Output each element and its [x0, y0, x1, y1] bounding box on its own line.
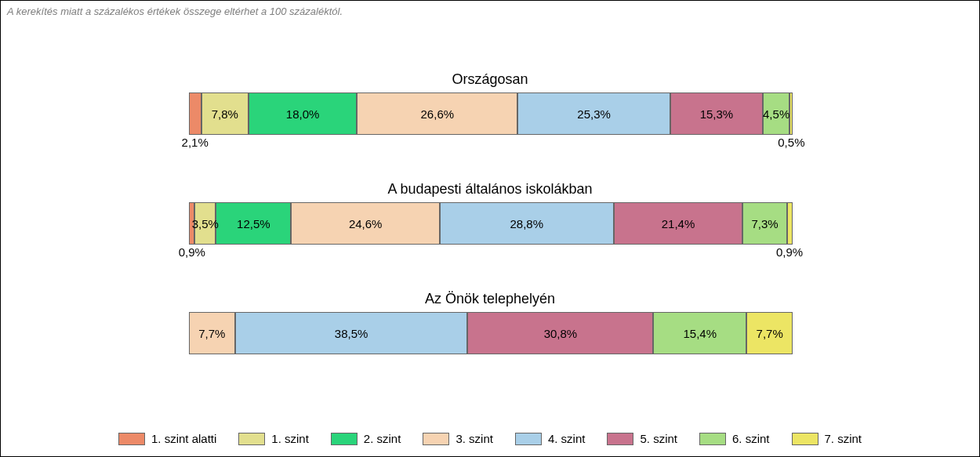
bar-segment: 25,3%	[517, 92, 670, 135]
legend-item: 4. szint	[515, 432, 586, 445]
legend-label: 3. szint	[456, 432, 493, 445]
segment-label: 30,8%	[544, 327, 578, 340]
legend: 1. szint alatti1. szint2. szint3. szint4…	[1, 432, 979, 445]
legend-item: 1. szint alatti	[118, 432, 216, 445]
chart-row: A budapesti általános iskolákban0,9%3,5%…	[1, 181, 979, 245]
legend-swatch	[423, 433, 449, 445]
bar-segment: 3,5%	[194, 202, 216, 245]
bar-segment: 7,7%	[746, 312, 793, 354]
legend-item: 1. szint	[238, 432, 309, 445]
segment-label: 7,3%	[751, 217, 778, 230]
bar-segment: 15,4%	[653, 312, 746, 354]
legend-label: 7. szint	[825, 432, 862, 445]
legend-label: 4. szint	[548, 432, 586, 445]
bar-segment: 7,8%	[201, 92, 249, 135]
bar-area: 0,9%3,5%12,5%24,6%28,8%21,4%7,3%0,9%	[1, 202, 979, 245]
row-title: Országosan	[1, 71, 979, 88]
segment-label: 12,5%	[237, 217, 270, 230]
stacked-bar: 0,9%3,5%12,5%24,6%28,8%21,4%7,3%0,9%	[189, 202, 792, 245]
legend-swatch	[607, 433, 633, 445]
segment-label: 0,9%	[776, 245, 803, 259]
bar-segment: 7,3%	[742, 202, 786, 245]
segment-label: 7,8%	[212, 107, 238, 121]
legend-item: 6. szint	[699, 432, 770, 445]
segment-label: 0,9%	[179, 245, 205, 259]
legend-label: 1. szint	[271, 432, 309, 445]
legend-item: 3. szint	[423, 432, 493, 445]
bar-segment: 26,6%	[357, 92, 517, 135]
segment-label: 0,5%	[778, 136, 804, 149]
legend-swatch	[331, 433, 358, 445]
segment-label: 38,5%	[335, 327, 368, 340]
bar-segment: 21,4%	[614, 202, 743, 245]
bar-segment: 28,8%	[440, 202, 614, 245]
legend-label: 1. szint alatti	[151, 432, 216, 445]
stacked-bar: 2,1%7,8%18,0%26,6%25,3%15,3%4,5%0,5%	[189, 92, 793, 135]
segment-label: 24,6%	[349, 217, 383, 230]
segment-label: 21,4%	[662, 217, 695, 230]
segment-label: 25,3%	[577, 107, 611, 121]
bar-segment: 18,0%	[249, 92, 358, 135]
bar-segment: 0,9%	[787, 202, 793, 245]
bar-segment: 15,3%	[670, 92, 763, 135]
segment-label: 3,5%	[192, 217, 219, 230]
legend-label: 5. szint	[640, 432, 677, 445]
chart-frame: A kerekítés miatt a százalékos értékek ö…	[0, 0, 980, 457]
legend-item: 2. szint	[331, 432, 401, 445]
segment-label: 26,6%	[421, 107, 455, 121]
bar-area: 7,7%38,5%30,8%15,4%7,7%	[1, 312, 979, 354]
segment-label: 15,4%	[684, 327, 717, 340]
row-title: A budapesti általános iskolákban	[1, 181, 979, 198]
segment-label: 4,5%	[763, 107, 789, 121]
bar-segment: 7,7%	[189, 312, 235, 354]
bar-segment: 24,6%	[291, 202, 439, 245]
legend-label: 6. szint	[732, 432, 770, 445]
bar-segment: 0,5%	[789, 92, 793, 135]
segment-label: 7,7%	[757, 327, 783, 340]
legend-swatch	[238, 433, 265, 445]
footnote: A kerekítés miatt a százalékos értékek ö…	[7, 5, 343, 17]
legend-swatch	[699, 433, 726, 445]
legend-item: 7. szint	[792, 432, 862, 445]
legend-swatch	[118, 433, 145, 445]
segment-label: 7,7%	[198, 327, 225, 340]
legend-label: 2. szint	[364, 432, 401, 445]
segment-label: 18,0%	[286, 107, 320, 121]
bar-segment: 4,5%	[763, 92, 790, 135]
legend-item: 5. szint	[607, 432, 677, 445]
bar-area: 2,1%7,8%18,0%26,6%25,3%15,3%4,5%0,5%	[1, 92, 979, 135]
stacked-bar: 7,7%38,5%30,8%15,4%7,7%	[189, 312, 793, 354]
chart-row: Országosan2,1%7,8%18,0%26,6%25,3%15,3%4,…	[1, 71, 979, 135]
row-title: Az Önök telephelyén	[1, 291, 979, 307]
legend-swatch	[792, 433, 818, 445]
bar-segment: 2,1%	[189, 92, 201, 135]
chart-row: Az Önök telephelyén7,7%38,5%30,8%15,4%7,…	[1, 291, 979, 354]
bar-segment: 30,8%	[467, 312, 653, 354]
bar-segment: 12,5%	[216, 202, 291, 245]
bar-segment: 38,5%	[235, 312, 467, 354]
legend-swatch	[515, 433, 542, 445]
segment-label: 2,1%	[182, 136, 209, 149]
segment-label: 28,8%	[510, 217, 543, 230]
plot-area: Országosan2,1%7,8%18,0%26,6%25,3%15,3%4,…	[1, 48, 979, 401]
segment-label: 15,3%	[700, 107, 734, 121]
